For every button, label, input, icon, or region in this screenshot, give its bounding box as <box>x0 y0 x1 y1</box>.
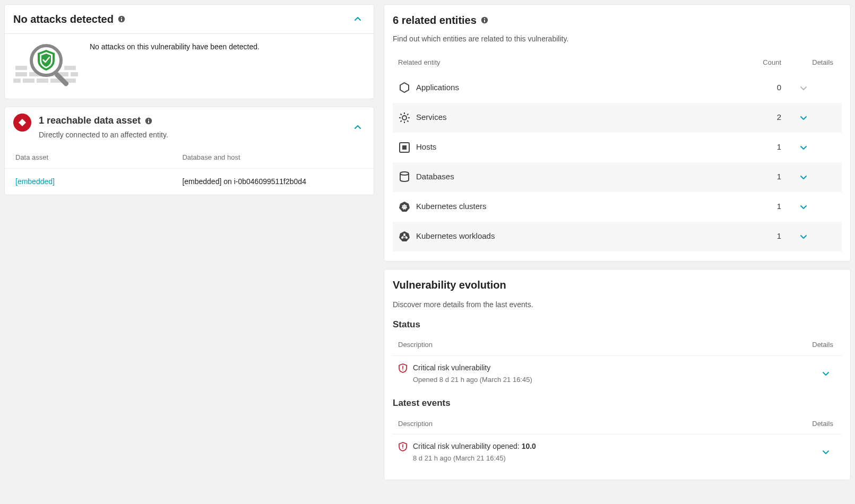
evolution-title: Vulnerability evolution <box>393 277 842 293</box>
kubernetes-workload-icon <box>398 230 411 243</box>
no-attacks-illustration <box>13 38 82 90</box>
entity-label: Services <box>416 111 748 124</box>
svg-rect-26 <box>15 72 27 76</box>
latest-event-sub: 8 d 21 h ago (March 21 16:45) <box>413 453 536 464</box>
entity-count: 1 <box>748 171 796 183</box>
reachable-subtitle: Directly connected to an affected entity… <box>39 129 168 141</box>
entity-count: 2 <box>748 111 796 124</box>
kubernetes-icon <box>398 201 411 213</box>
no-attacks-header: No attacks detected <box>5 5 374 34</box>
status-row[interactable]: Critical risk vulnerability Opened 8 d 2… <box>393 356 842 392</box>
expand-button[interactable] <box>796 229 811 244</box>
entity-label: Kubernetes workloads <box>416 230 748 242</box>
entity-row-services[interactable]: Services 2 <box>393 103 842 133</box>
database-icon <box>398 171 411 184</box>
entity-count: 1 <box>748 230 796 242</box>
status-table-header: Description Details <box>393 334 842 356</box>
related-desc: Find out which entities are related to t… <box>393 33 842 45</box>
hexagon-icon <box>398 82 411 94</box>
no-attacks-body-text: No attacks on this vulnerability have be… <box>90 42 260 51</box>
col-header-count: Count <box>748 57 796 68</box>
latest-event-row[interactable]: Critical risk vulnerability opened: 10.0… <box>393 435 842 470</box>
latest-events-table-header: Description Details <box>393 413 842 435</box>
entities-table-header: Related entity Count Details <box>393 52 842 73</box>
status-item-title: Critical risk vulnerability <box>413 362 532 373</box>
col-header-data-asset: Data asset <box>15 152 182 163</box>
col-header-details: Details <box>812 419 833 429</box>
col-header-description: Description <box>398 340 433 350</box>
entity-label: Databases <box>416 171 748 183</box>
svg-rect-30 <box>71 72 78 76</box>
shield-icon <box>398 442 408 451</box>
expand-button[interactable] <box>796 81 811 95</box>
evolution-desc: Discover more details from the last even… <box>393 299 842 310</box>
no-attacks-card: No attacks detected <box>4 4 374 99</box>
entity-row-k8s-workloads[interactable]: Kubernetes workloads 1 <box>393 222 842 251</box>
no-attacks-title: No attacks detected <box>13 11 114 27</box>
entity-label: Kubernetes clusters <box>416 201 748 213</box>
col-header-description: Description <box>398 419 433 429</box>
expand-button[interactable] <box>796 170 811 185</box>
svg-rect-32 <box>23 79 34 83</box>
expand-button[interactable] <box>818 445 833 459</box>
reachable-table-row: [embedded] [embedded] on i-0b046099511f2… <box>5 169 374 195</box>
col-header-entity: Related entity <box>398 57 748 68</box>
entity-row-databases[interactable]: Databases 1 <box>393 162 842 192</box>
entity-count: 1 <box>748 141 796 153</box>
expand-button[interactable] <box>796 199 811 214</box>
entity-row-hosts[interactable]: Hosts 1 <box>393 133 842 162</box>
collapse-button[interactable] <box>350 120 365 135</box>
entity-count: 0 <box>748 82 796 94</box>
latest-events-section-title: Latest events <box>393 396 842 410</box>
entity-label: Applications <box>416 82 748 94</box>
col-header-db-host: Database and host <box>182 152 363 163</box>
related-title: 6 related entities <box>393 12 477 28</box>
status-section-title: Status <box>393 318 842 332</box>
db-host-value: [embedded] on i-0b046099511f2b0d4 <box>182 176 363 187</box>
gear-icon <box>398 111 411 124</box>
svg-rect-33 <box>37 79 48 83</box>
expand-button[interactable] <box>796 140 811 155</box>
reachable-table-header: Data asset Database and host <box>5 147 374 169</box>
svg-rect-37 <box>64 66 76 70</box>
col-header-details: Details <box>796 57 833 68</box>
reachable-card: 1 reachable data asset Directly connecte… <box>4 107 374 195</box>
data-asset-link[interactable]: [embedded] <box>15 177 55 186</box>
related-entities-card: 6 related entities Find out which entiti… <box>384 4 851 262</box>
col-header-details: Details <box>812 340 833 350</box>
svg-rect-31 <box>13 79 21 83</box>
entity-row-applications[interactable]: Applications 0 <box>393 73 842 103</box>
expand-button[interactable] <box>796 110 811 125</box>
vulnerability-evolution-card: Vulnerability evolution Discover more de… <box>384 269 851 480</box>
info-icon[interactable] <box>145 117 152 125</box>
entity-count: 1 <box>748 201 796 213</box>
entity-label: Hosts <box>416 141 748 153</box>
critical-badge-icon <box>13 114 31 132</box>
reachable-title: 1 reachable data asset <box>39 114 141 128</box>
svg-rect-36 <box>15 66 27 70</box>
status-item-sub: Opened 8 d 21 h ago (March 21 16:45) <box>413 375 532 385</box>
host-icon <box>398 141 411 154</box>
entity-row-k8s-clusters[interactable]: Kubernetes clusters 1 <box>393 192 842 222</box>
info-icon[interactable] <box>118 15 125 23</box>
info-icon[interactable] <box>481 16 488 24</box>
latest-event-title: Critical risk vulnerability opened: 10.0 <box>413 441 536 452</box>
reachable-header: 1 reachable data asset Directly connecte… <box>5 107 374 147</box>
collapse-button[interactable] <box>350 12 365 27</box>
expand-button[interactable] <box>818 366 833 381</box>
shield-icon <box>398 363 408 373</box>
